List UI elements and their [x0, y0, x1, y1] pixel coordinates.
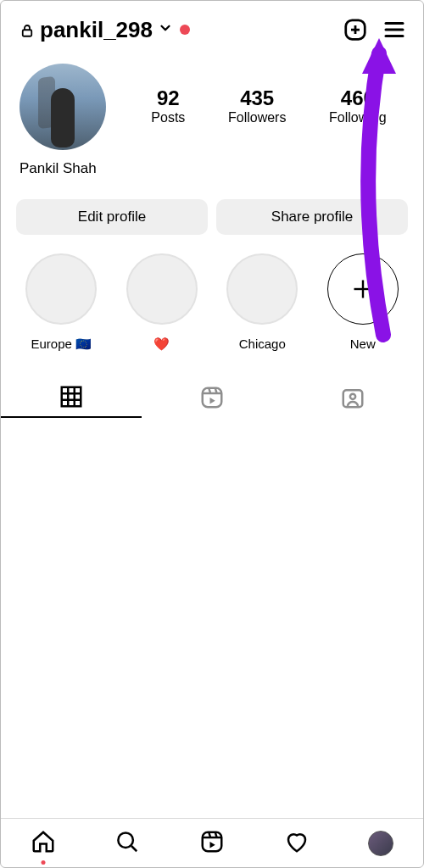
notification-dot [180, 25, 190, 35]
create-button[interactable] [342, 16, 369, 43]
share-profile-button[interactable]: Share profile [216, 199, 408, 235]
highlight-cover [226, 253, 298, 325]
posts-stat[interactable]: 92 Posts [151, 88, 185, 125]
svg-rect-0 [23, 30, 32, 36]
nav-activity[interactable] [284, 829, 310, 858]
highlight-item[interactable]: Europe 🇪🇺 [11, 253, 112, 352]
followers-count: 435 [228, 88, 286, 108]
nav-profile-avatar [368, 831, 393, 856]
posts-label: Posts [151, 110, 185, 125]
chevron-down-icon[interactable] [158, 20, 173, 39]
svg-point-20 [350, 394, 355, 399]
following-stat[interactable]: 460 Following [329, 88, 387, 125]
highlight-cover [25, 253, 97, 325]
tab-tagged[interactable] [282, 377, 423, 418]
nav-home[interactable] [31, 829, 56, 858]
highlight-item[interactable]: Chicago [212, 253, 313, 352]
svg-line-22 [131, 846, 137, 851]
following-count: 460 [329, 88, 387, 108]
nav-reels[interactable] [199, 829, 225, 858]
highlight-label: ❤️ [153, 337, 170, 352]
nav-profile[interactable] [368, 831, 393, 856]
lock-icon [20, 21, 35, 38]
svg-rect-23 [203, 832, 222, 851]
highlight-new-button[interactable]: New [313, 253, 414, 352]
svg-marker-27 [209, 842, 215, 849]
posts-count: 92 [151, 88, 185, 108]
followers-label: Followers [228, 110, 286, 125]
nav-home-dot [41, 860, 45, 865]
tab-grid[interactable] [1, 377, 142, 418]
svg-rect-14 [203, 388, 222, 408]
svg-marker-18 [210, 398, 215, 404]
followers-stat[interactable]: 435 Followers [228, 88, 286, 125]
menu-button[interactable] [381, 16, 408, 43]
edit-profile-button[interactable]: Edit profile [16, 199, 208, 235]
svg-point-21 [119, 832, 134, 848]
highlight-item[interactable]: ❤️ [112, 253, 213, 352]
profile-avatar[interactable] [20, 64, 106, 150]
svg-rect-9 [62, 387, 81, 407]
highlight-label: New [350, 337, 376, 351]
highlight-label: Europe 🇪🇺 [31, 337, 92, 352]
highlight-cover [126, 253, 198, 325]
nav-search[interactable] [114, 829, 140, 858]
display-name: Pankil Shah [1, 150, 423, 177]
following-label: Following [329, 110, 387, 125]
highlight-label: Chicago [239, 337, 286, 351]
tab-reels[interactable] [142, 377, 282, 418]
username-switcher[interactable]: pankil_298 [40, 17, 153, 43]
plus-icon [327, 253, 399, 325]
